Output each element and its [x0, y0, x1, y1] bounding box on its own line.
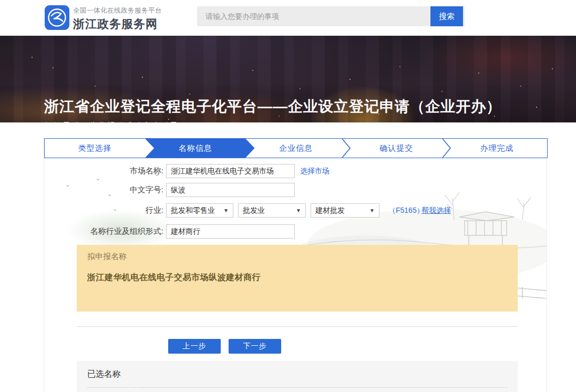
top-header: 全国一体化在线政务服务平台 浙江政务服务网 搜索: [0, 0, 576, 36]
chevron-down-icon: ▼: [218, 208, 229, 213]
section-divider: [77, 326, 518, 327]
page-subtitle: 智能导服，为您提供准确办事引导: [45, 121, 179, 122]
dashed-divider: [87, 266, 507, 267]
step-wizard: 类型选择 名称信息 企业信息 确认提交 办理完成: [44, 138, 548, 158]
proposed-name-title: 拟申报名称: [87, 252, 127, 262]
next-step-button[interactable]: 下一步: [229, 339, 281, 354]
site-logo-icon: [45, 5, 69, 30]
industry-code: （F5165）: [388, 206, 424, 215]
main-card: ⌄ ⌄ ⌄ ⌄ ⌄ 类型选择 名称信息 企业信息 确认提交 办理完成: [44, 138, 547, 392]
page-title: 浙江省企业登记全程电子化平台——企业设立登记申请（企业开办）: [44, 97, 501, 117]
site-name: 浙江政务服务网: [73, 16, 162, 32]
chevron-down-icon: ▼: [291, 208, 301, 213]
dashed-divider: [87, 387, 507, 388]
step-company-info[interactable]: 企业信息: [245, 139, 346, 158]
market-name-input[interactable]: [166, 164, 295, 178]
industry-select-level1[interactable]: 批发和零售业 ▼: [166, 203, 233, 218]
proposed-name-value: 浙江建华机电在线电子交易市场纵波建材商行: [87, 272, 261, 283]
selected-names-panel: 已选名称: [77, 361, 518, 392]
chinese-name-input[interactable]: [166, 183, 295, 197]
step-type-select[interactable]: 类型选择: [45, 139, 145, 158]
step-confirm-submit[interactable]: 确认提交: [346, 139, 447, 158]
org-form-label: 名称行业及组织形式:: [32, 226, 163, 236]
search-button[interactable]: 搜索: [430, 6, 463, 26]
industry-select-level2[interactable]: 批发业 ▼: [238, 203, 306, 218]
city-lights-decoration: [32, 57, 33, 58]
search-bar: 搜索: [197, 6, 465, 26]
industry-select-level3[interactable]: 建材批发 ▼: [311, 203, 379, 218]
chevron-separator-icon: [442, 139, 451, 158]
chevron-down-icon: ▼: [364, 208, 375, 213]
org-form-input[interactable]: [166, 224, 295, 239]
hero-banner: 浙江省企业登记全程电子化平台——企业设立登记申请（企业开办） 智能导服，为您提供…: [0, 36, 576, 122]
search-input[interactable]: [197, 6, 428, 26]
selected-names-title: 已选名称: [87, 369, 121, 380]
step-name-info[interactable]: 名称信息: [145, 139, 245, 158]
proposed-name-panel: 拟申报名称 浙江建华机电在线电子交易市场纵波建材商行: [77, 245, 518, 312]
choose-market-link[interactable]: 选择市场: [300, 167, 330, 176]
chinese-name-label: 中文字号:: [32, 185, 163, 195]
market-name-label: 市场名称:: [32, 166, 163, 176]
step-complete[interactable]: 办理完成: [447, 139, 547, 158]
chevron-separator-icon: [342, 139, 351, 158]
prev-step-button[interactable]: 上一步: [168, 339, 221, 354]
platform-tagline: 全国一体化在线政务服务平台: [73, 6, 162, 15]
help-me-choose-link[interactable]: 帮我选择: [421, 206, 451, 215]
industry-label: 行业:: [32, 205, 163, 215]
